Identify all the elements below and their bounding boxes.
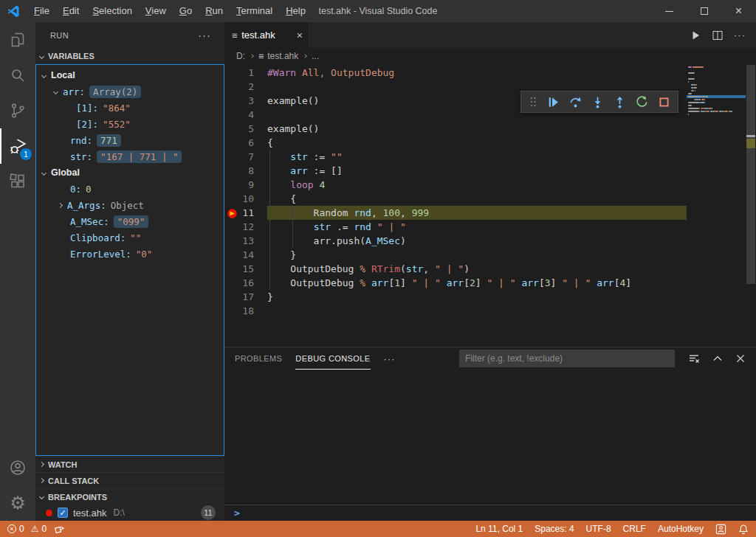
debug-status-icon[interactable] [54, 524, 65, 535]
variable-row[interactable]: ErrorLevel:"0" [36, 246, 224, 262]
variable-row[interactable]: [1]:"864" [36, 100, 224, 116]
explorer-icon[interactable] [0, 22, 35, 58]
split-editor-icon[interactable] [712, 30, 724, 41]
gutter[interactable]: 18 [224, 304, 267, 318]
variable-scope-row[interactable]: Local [36, 67, 224, 83]
breakpoint-current-arrow-icon[interactable] [227, 208, 238, 219]
variable-scope-row[interactable]: Global [36, 164, 224, 181]
watch-section-header[interactable]: WATCH [35, 456, 224, 472]
code-line[interactable]: 7 str := "" [224, 150, 687, 164]
encoding[interactable]: UTF-8 [586, 524, 611, 534]
settings-gear-icon[interactable]: ⚙ [0, 485, 35, 521]
code-line-content[interactable] [267, 304, 687, 318]
feedback-icon[interactable] [715, 524, 726, 535]
debug-console-filter-input[interactable] [459, 350, 675, 367]
code-editor[interactable]: 1#Warn All, OutputDebug23example()45exam… [224, 64, 756, 347]
gutter[interactable]: 9 [224, 178, 267, 192]
panel-more-tabs-icon[interactable]: ··· [384, 353, 396, 364]
continue-button[interactable] [547, 96, 560, 108]
code-line[interactable]: 15 OutputDebug % RTrim(str, " | ") [224, 262, 687, 276]
tab-close-icon[interactable]: × [297, 30, 303, 41]
variable-row[interactable]: Clipboard:"" [36, 229, 224, 246]
tab-problems[interactable]: PROBLEMS [235, 347, 282, 370]
debug-console-input[interactable]: > [224, 505, 756, 521]
notifications-bell-icon[interactable] [738, 524, 749, 535]
menu-edit[interactable]: Edit [56, 0, 86, 22]
minimize-button[interactable] [652, 0, 687, 22]
tab-test-ahk[interactable]: ≡ test.ahk × [224, 22, 309, 48]
variable-row[interactable]: 0:0 [36, 181, 224, 197]
code-line-content[interactable]: OutputDebug % RTrim(str, " | ") [267, 262, 687, 276]
restart-button[interactable] [636, 96, 648, 108]
close-button[interactable]: × [721, 0, 756, 22]
gutter[interactable]: 13 [224, 234, 267, 248]
source-control-icon[interactable] [0, 93, 35, 128]
code-line[interactable]: 9 loop 4 [224, 178, 687, 192]
search-icon[interactable] [0, 58, 35, 93]
tab-debug-console[interactable]: DEBUG CONSOLE [295, 347, 370, 370]
code-line[interactable]: 17} [224, 290, 687, 304]
variable-row[interactable]: A_MSec:"099" [36, 213, 224, 229]
clear-console-icon[interactable] [688, 353, 700, 364]
gutter[interactable]: 7 [224, 150, 267, 164]
menu-help[interactable]: Help [279, 0, 312, 22]
breakpoint-list-item[interactable]: ✓ test.ahk D:\ 11 [35, 505, 224, 521]
breakpoint-checkbox[interactable]: ✓ [58, 507, 68, 518]
code-line[interactable]: 16 OutputDebug % arr[1] " | " arr[2] " |… [224, 276, 687, 290]
code-line-content[interactable]: str .= rnd " | " [267, 220, 687, 234]
code-line-content[interactable]: { [267, 136, 687, 150]
menu-file[interactable]: File [27, 0, 56, 22]
gutter[interactable]: 8 [224, 164, 267, 178]
code-line[interactable]: 18 [224, 304, 687, 318]
gutter[interactable]: 15 [224, 262, 267, 276]
breakpoints-section-header[interactable]: BREAKPOINTS [35, 488, 224, 505]
toolbar-drag-handle[interactable] [529, 96, 537, 108]
code-line-content[interactable]: Random rnd, 100, 999 [267, 206, 687, 220]
code-line-content[interactable]: #Warn All, OutputDebug [267, 66, 687, 80]
menu-view[interactable]: View [139, 0, 173, 22]
gutter[interactable]: 1 [224, 66, 267, 80]
variable-row[interactable]: rnd:771 [36, 132, 224, 148]
language-mode[interactable]: AutoHotkey [658, 524, 704, 534]
code-line[interactable]: 10 { [224, 192, 687, 206]
code-line-content[interactable]: } [267, 248, 687, 262]
step-into-button[interactable] [591, 96, 604, 108]
step-over-button[interactable] [569, 96, 582, 108]
gutter[interactable]: 12 [224, 220, 267, 234]
code-line-content[interactable]: str := "" [267, 150, 687, 164]
code-line[interactable]: 6{ [224, 136, 687, 150]
code-line-content[interactable]: arr := [] [267, 164, 687, 178]
menu-terminal[interactable]: Terminal [230, 0, 279, 22]
code-line[interactable]: 11 Random rnd, 100, 999 [224, 206, 687, 220]
code-line[interactable]: 14 } [224, 248, 687, 262]
problems-status[interactable]: × 0 ⚠ 0 [7, 524, 47, 534]
scrollbar-slider[interactable] [746, 65, 755, 284]
code-line-content[interactable]: } [267, 290, 687, 304]
code-line[interactable]: 1#Warn All, OutputDebug [224, 66, 687, 80]
run-button[interactable] [690, 30, 701, 41]
variable-row[interactable]: arr:Array(2) [36, 83, 224, 100]
gutter[interactable]: 16 [224, 276, 267, 290]
variables-section-header[interactable]: VARIABLES [35, 48, 224, 64]
gutter[interactable]: 6 [224, 136, 267, 150]
menu-selection[interactable]: Selection [86, 0, 138, 22]
gutter[interactable]: 14 [224, 248, 267, 262]
close-panel-icon[interactable] [735, 353, 746, 364]
gutter[interactable]: 3 [224, 94, 267, 108]
gutter[interactable]: 11 [224, 206, 267, 220]
code-line[interactable]: 5example() [224, 122, 687, 136]
code-line-content[interactable]: OutputDebug % arr[1] " | " arr[2] " | " … [267, 276, 687, 290]
maximize-panel-icon[interactable] [712, 353, 723, 364]
code-line[interactable]: 12 str .= rnd " | " [224, 220, 687, 234]
variable-row[interactable]: A_Args:Object [36, 197, 224, 213]
editor-more-actions-icon[interactable]: ··· [734, 30, 746, 41]
step-out-button[interactable] [614, 96, 626, 108]
code-line-content[interactable]: loop 4 [267, 178, 687, 192]
breadcrumb[interactable]: D: ≡ test.ahk ... [224, 48, 756, 64]
extensions-icon[interactable] [0, 164, 35, 199]
stop-button[interactable] [658, 96, 670, 108]
gutter[interactable]: 10 [224, 192, 267, 206]
gutter[interactable]: 4 [224, 108, 267, 122]
variable-row[interactable]: [2]:"552" [36, 116, 224, 132]
indentation[interactable]: Spaces: 4 [535, 524, 574, 534]
